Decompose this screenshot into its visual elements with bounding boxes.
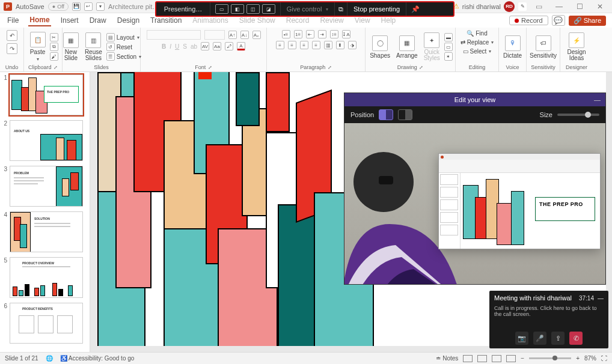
- dictate-button[interactable]: 🎙Dictate: [501, 35, 524, 59]
- shape-effects-icon[interactable]: ✶: [444, 52, 453, 61]
- zoom-level[interactable]: 87%: [584, 355, 596, 362]
- share-screen-button[interactable]: ⇪: [551, 332, 565, 345]
- find-button[interactable]: 🔍Find: [467, 30, 487, 37]
- numbering-icon[interactable]: 1≡: [294, 30, 302, 38]
- reset-button[interactable]: ↺Reset: [106, 43, 141, 51]
- window-close-icon[interactable]: ✕: [592, 2, 608, 11]
- increase-font-icon[interactable]: A↑: [228, 31, 237, 39]
- cut-icon[interactable]: ✂: [50, 33, 58, 41]
- new-slide-button[interactable]: ▦New Slide: [61, 32, 81, 61]
- layout-reporter-icon[interactable]: ◪: [262, 4, 275, 14]
- shape-fill-icon[interactable]: ▬: [444, 33, 453, 41]
- window-minimize-icon[interactable]: —: [551, 2, 568, 11]
- tab-insert[interactable]: Insert: [60, 15, 80, 26]
- justify-icon[interactable]: ≡: [312, 41, 320, 49]
- reuse-slides-button[interactable]: ▥Reuse Slides: [83, 32, 104, 61]
- decrease-font-icon[interactable]: A↓: [240, 31, 249, 39]
- indent-decrease-icon[interactable]: ⇤: [306, 30, 314, 38]
- align-left-icon[interactable]: ≡: [276, 41, 284, 49]
- language-icon[interactable]: 🌐: [46, 355, 53, 362]
- layout-button[interactable]: ▤Layout▾: [106, 33, 141, 41]
- undo-icon[interactable]: ↶: [7, 30, 17, 41]
- thumbnail-6[interactable]: 6 PRODUCT BENEFITS: [1, 303, 86, 344]
- thumbnail-3[interactable]: 3 PROBLEM: [1, 166, 86, 207]
- copy-icon[interactable]: ⧉: [50, 43, 58, 51]
- popout-icon[interactable]: ⧉: [335, 2, 347, 16]
- normal-view-icon[interactable]: [463, 355, 473, 362]
- reading-view-icon[interactable]: [492, 355, 501, 362]
- thumbnail-2[interactable]: 2 ABOUT US: [1, 120, 86, 161]
- slide-thumbnail-panel[interactable]: 1 THE PREP PRO 2 ABOUT US 3 PROBLEM 4: [0, 72, 90, 352]
- sensitivity-button[interactable]: 🏷Sensitivity: [528, 35, 558, 59]
- toggle-mic-button[interactable]: 🎤: [533, 332, 546, 345]
- shadow-text-icon[interactable]: ab: [191, 43, 197, 50]
- section-button[interactable]: ☰Section▾: [106, 52, 141, 61]
- current-user[interactable]: ⚠ rishi dhariwal RD: [453, 1, 515, 12]
- replace-button[interactable]: ⇄Replace▾: [461, 39, 494, 46]
- italic-button[interactable]: I: [170, 43, 171, 50]
- tab-draw[interactable]: Draw: [88, 15, 108, 26]
- ink-icon[interactable]: ✎: [518, 2, 527, 11]
- bullets-icon[interactable]: •≡: [282, 30, 290, 38]
- layout-content-only-icon[interactable]: ▭: [215, 4, 228, 14]
- align-right-icon[interactable]: ≡: [300, 41, 308, 49]
- line-spacing-icon[interactable]: ↕≡: [330, 30, 338, 38]
- select-button[interactable]: ▭Select▾: [463, 48, 492, 55]
- hang-up-button[interactable]: ✆: [569, 332, 583, 345]
- shape-outline-icon[interactable]: ▭: [444, 43, 453, 51]
- meeting-toast[interactable]: Meeting with rishi dhariwal 37:14 — Call…: [489, 291, 608, 348]
- thumbnail-1[interactable]: 1 THE PREP PRO: [1, 74, 86, 115]
- layout-standout-icon[interactable]: ◧: [231, 4, 244, 14]
- char-spacing-icon[interactable]: AV: [201, 42, 209, 50]
- fit-to-window-icon[interactable]: ⛶: [601, 355, 607, 362]
- window-settings-icon[interactable]: ▭: [530, 2, 547, 11]
- autosave-toggle[interactable]: ● Off: [48, 2, 69, 11]
- tab-design[interactable]: Design: [116, 15, 141, 26]
- sorter-view-icon[interactable]: [477, 355, 487, 362]
- text-direction-icon[interactable]: ↧A: [342, 30, 350, 38]
- font-name-select[interactable]: [147, 30, 201, 40]
- slideshow-view-icon[interactable]: [506, 355, 516, 362]
- arrange-button[interactable]: ▦Arrange: [394, 35, 420, 59]
- paste-button[interactable]: 📋Paste▾: [28, 32, 47, 62]
- pin-toolbar-icon[interactable]: 📌: [406, 2, 424, 16]
- give-control-button[interactable]: Give control▾: [281, 2, 335, 16]
- tab-file[interactable]: File: [6, 15, 20, 26]
- zoom-in-button[interactable]: +: [576, 355, 580, 362]
- position-right-button[interactable]: [398, 109, 412, 120]
- columns-icon[interactable]: ▥: [324, 41, 332, 49]
- zoom-out-button[interactable]: −: [521, 355, 524, 362]
- stop-presenting-button[interactable]: Stop presenting: [347, 2, 406, 16]
- highlight-icon[interactable]: 🖍: [225, 42, 233, 50]
- strike-button[interactable]: S: [183, 43, 187, 50]
- record-button[interactable]: Record: [509, 16, 548, 25]
- size-slider[interactable]: [557, 114, 599, 116]
- qa-icon[interactable]: ↩: [84, 2, 93, 11]
- smartart-icon[interactable]: ⬗: [348, 41, 356, 49]
- bold-button[interactable]: B: [162, 43, 166, 50]
- align-center-icon[interactable]: ≡: [288, 41, 296, 49]
- thumbnail-5[interactable]: 5 PRODUCT OVERVIEW: [1, 257, 86, 298]
- accessibility-status[interactable]: ♿ Accessibility: Good to go: [60, 355, 135, 362]
- toast-minimize-icon[interactable]: —: [598, 295, 604, 302]
- notes-button[interactable]: ≐ Notes: [436, 355, 458, 362]
- zoom-slider[interactable]: [529, 357, 571, 359]
- font-color-icon[interactable]: A: [237, 42, 245, 50]
- font-size-select[interactable]: [204, 30, 225, 40]
- design-ideas-button[interactable]: ⚡Design Ideas: [565, 32, 587, 61]
- align-text-icon[interactable]: ⬍: [336, 41, 344, 49]
- thumbnail-4[interactable]: 4 SOLUTION: [1, 211, 86, 252]
- edit-your-view-header[interactable]: Edit your view —: [344, 93, 605, 106]
- clear-format-icon[interactable]: Aₓ: [252, 31, 261, 39]
- layout-side-by-side-icon[interactable]: ◫: [246, 4, 260, 14]
- slide-canvas-area[interactable]: Edit your view — Position Size: [90, 72, 612, 352]
- change-case-icon[interactable]: Aa: [213, 42, 221, 50]
- toggle-camera-button[interactable]: 📷: [515, 332, 528, 345]
- window-maximize-icon[interactable]: ☐: [571, 2, 588, 11]
- minimize-icon[interactable]: —: [594, 96, 601, 103]
- indent-increase-icon[interactable]: ⇥: [318, 30, 326, 38]
- quick-styles-button[interactable]: ✦Quick Styles: [422, 32, 442, 61]
- qa-more-icon[interactable]: ▾: [96, 2, 105, 11]
- comments-button[interactable]: 💬: [552, 15, 565, 26]
- underline-button[interactable]: U: [175, 43, 179, 50]
